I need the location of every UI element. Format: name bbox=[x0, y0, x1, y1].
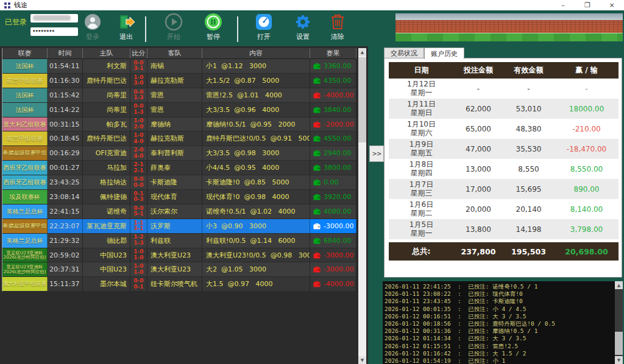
score-cell: 1-0 3-0 bbox=[130, 74, 147, 88]
log-lines: 2026-01-11 22:41:25 : 已投注: 诺维奇!0.5 / 120… bbox=[385, 283, 613, 364]
away-team-cell: 赫拉克勒斯 bbox=[147, 131, 202, 145]
time-cell: 00:18:45 bbox=[48, 131, 83, 145]
date-cell: 1月5日 星期一 bbox=[389, 219, 454, 239]
result-amount: -4000.00 bbox=[324, 280, 353, 288]
date-cell: 1月12日 星期一 bbox=[389, 79, 454, 99]
match-row[interactable]: 英格兰足总杯 21:29:32 德比郡 1-2 1-3 利兹联 利兹联!0/0.… bbox=[2, 234, 356, 248]
score-cell: 1-0 1-0 bbox=[130, 262, 147, 276]
valid-amount-cell: 14,198 bbox=[503, 219, 555, 239]
header-date: 日期 bbox=[389, 62, 454, 79]
match-row[interactable]: 法国杯 01:15:42 尚蒂里 0-0 1-3 雷恩 雷恩!2.5 @1.01… bbox=[2, 88, 356, 103]
league-cell: 澳大利亚甲组联赛 bbox=[2, 277, 48, 291]
pause-button[interactable]: 暂停 bbox=[196, 13, 230, 41]
history-row[interactable]: 1月6日 星期二 20,000 20,140 8,140.00 bbox=[389, 199, 619, 219]
bet-content-cell: 诺维奇!0.5/1 @1.02 4000 bbox=[202, 205, 310, 219]
login-button[interactable]: 登录 bbox=[76, 13, 110, 41]
tab-account-history[interactable]: 账户历史 bbox=[424, 47, 464, 59]
log-scrollbar-thumb[interactable] bbox=[615, 332, 623, 355]
total-label: 总共: bbox=[389, 242, 454, 261]
league-cell: 法国杯 bbox=[2, 59, 48, 73]
result-cell: 4550.00 bbox=[310, 131, 356, 145]
home-team-cell: 尚蒂里 bbox=[83, 103, 130, 117]
settings-button[interactable]: 设置 bbox=[286, 13, 320, 41]
log-scroll-down-arrow[interactable]: ▼ bbox=[615, 356, 623, 364]
start-button[interactable]: 开始 bbox=[157, 13, 191, 41]
fulltime-score: 4-0 bbox=[133, 153, 143, 159]
match-row[interactable]: 亚足联U23亚洲杯2026(在沙特阿拉伯) 20:59:02 中国U23 1-0… bbox=[2, 248, 356, 263]
date-cell: 1月9日 星期五 bbox=[389, 139, 454, 159]
history-row[interactable]: 1月12日 星期一 - - - bbox=[389, 79, 619, 99]
open-button[interactable]: 打开 bbox=[247, 13, 281, 41]
wallet-icon bbox=[313, 77, 321, 84]
result-cell: 3840.00 bbox=[310, 103, 356, 117]
time-cell: 20:59:02 bbox=[48, 248, 83, 262]
log-line: 2026-01-12 00:01:35 : 已投注: 小 4 / 4.5 bbox=[385, 306, 613, 313]
close-button[interactable]: × bbox=[600, 0, 624, 10]
history-row[interactable]: 1月8日 星期四 13,000 8,550 8,550.00 bbox=[389, 159, 619, 179]
score-cell: 1-0 2-0 bbox=[130, 117, 147, 131]
league-label: 西班牙乙组联赛 bbox=[4, 164, 46, 171]
scroll-up-arrow[interactable]: ▲ bbox=[358, 48, 366, 56]
date-cell: 1月11日 星期日 bbox=[389, 99, 454, 119]
away-team-cell: 沃尔索尔 bbox=[147, 205, 202, 219]
match-row[interactable]: 西班牙乙组联赛 00:01:27 马拉加 2-1 2-1 薛奥泰 小4/4.5 … bbox=[2, 161, 356, 175]
match-row[interactable]: 澳大利亚甲组联赛 15:11:37 墨尔本城 0-0 0-1 纽卡斯尔喷气机 大… bbox=[2, 277, 356, 292]
history-row[interactable]: 1月10日 星期六 65,000 48,380 -210.00 bbox=[389, 119, 619, 139]
match-row[interactable]: 法国杯 01:54:11 利文斯 0-0 3-1 南锡 小1 @1.12 300… bbox=[2, 59, 356, 74]
logout-button[interactable]: 退出 bbox=[109, 13, 143, 41]
log-line: 2026-01-11 22:41:25 : 已投注: 诺维奇!0.5 / 1 bbox=[385, 283, 613, 290]
result-cell: -3000.00 bbox=[310, 219, 356, 233]
match-row[interactable]: 希腊超级联赛甲组 00:16:29 OFI克雷迪 2-0 4-0 泰利普利斯 大… bbox=[2, 146, 356, 161]
result-cell: 6840.00 bbox=[310, 234, 356, 248]
date-label: 1月12日 bbox=[407, 80, 436, 89]
match-table-scrollbar[interactable]: ▲ ▼ bbox=[358, 48, 366, 364]
password-input[interactable] bbox=[30, 27, 78, 36]
match-row[interactable]: 亚足联U23亚洲杯2026(在沙特阿拉伯) 20:37:31 中国U23 1-0… bbox=[2, 262, 356, 277]
tab-trade-status[interactable]: 交易状况 bbox=[384, 47, 424, 58]
away-team-cell: 摩德纳 bbox=[147, 117, 202, 131]
stadium-sky bbox=[395, 13, 623, 20]
history-row[interactable]: 1月9日 星期五 47,000 35,530 -18,470.00 bbox=[389, 139, 619, 159]
away-team-cell: 沃罗斯 bbox=[147, 219, 202, 233]
bet-content-cell: 现代体育!0 @0.98 4000 bbox=[202, 190, 310, 204]
wallet-icon bbox=[313, 107, 321, 113]
match-row[interactable]: 法国杯 01:14:22 尚蒂里 0-0 1-3 雷恩 大3/3.5 @0.96… bbox=[2, 103, 356, 117]
match-row[interactable]: 西班牙乙组联赛 23:43:25 格拉纳达 0-0 0-0 卡斯迪隆 卡斯迪隆!… bbox=[2, 175, 356, 190]
history-row[interactable]: 1月5日 星期一 13,800 14,198 3,798.00 bbox=[389, 219, 619, 239]
history-row[interactable]: 1月7日 星期三 17,000 15,695 890.00 bbox=[389, 179, 619, 199]
result-cell: 3360.00 bbox=[310, 59, 356, 73]
scrollbar-thumb[interactable] bbox=[358, 57, 366, 142]
minimize-button[interactable]: – bbox=[551, 0, 575, 10]
match-row[interactable]: 希腊超级联赛甲组 22:23:07 莱瓦迪亚克斯 1-1 3-1 沃罗斯 小3 … bbox=[2, 219, 356, 234]
history-row[interactable]: 1月11日 星期日 62,000 53,010 18000.00 bbox=[389, 99, 619, 119]
away-team-cell: 南锡 bbox=[147, 59, 202, 73]
match-row[interactable]: 意大利乙组联赛 00:31:15 帕多瓦 1-0 2-0 摩德纳 摩德纳!0.5… bbox=[2, 117, 356, 132]
match-row[interactable]: 埃及联赛杯 23:08:14 佩特捷德 0-1 0-3 现代体育 现代体育!0 … bbox=[2, 190, 356, 205]
log-scroll-up-arrow[interactable]: ▲ bbox=[615, 281, 623, 289]
date-label: 1月9日 bbox=[410, 141, 433, 149]
clear-button[interactable]: 清除 bbox=[321, 13, 355, 41]
league-label: 荷兰甲组联赛 bbox=[7, 135, 43, 142]
match-row[interactable]: 荷兰甲组联赛 00:18:45 鹿特丹斯巴达 1-0 4-0 赫拉克勒斯 鹿特丹… bbox=[2, 131, 356, 146]
match-row[interactable]: 英格兰足总杯 22:41:15 诺维奇 0-0 5-1 沃尔索尔 诺维奇!0.5… bbox=[2, 205, 356, 219]
time-cell: 00:01:27 bbox=[48, 161, 83, 175]
away-team-cell: 泰利普利斯 bbox=[147, 146, 202, 160]
expand-panel-button[interactable]: >> bbox=[369, 145, 384, 162]
match-table-rows: 法国杯 01:54:11 利文斯 0-0 3-1 南锡 小1 @1.12 300… bbox=[2, 59, 356, 292]
result-cell: 3800.00 bbox=[310, 161, 356, 175]
scroll-down-arrow[interactable]: ▼ bbox=[358, 356, 366, 364]
log-scrollbar[interactable]: ▲ ▼ bbox=[615, 281, 623, 364]
username-redacted bbox=[33, 15, 71, 21]
valid-amount-cell: 15,695 bbox=[503, 179, 555, 199]
log-line: 2026-01-12 01:15:51 : 已投注: 雷恩!2.5 bbox=[385, 343, 613, 350]
result-amount: 3800.00 bbox=[324, 164, 352, 172]
result-amount: 4550.00 bbox=[324, 135, 352, 142]
log-line: 2026-01-11 23:08:22 : 已投注: 现代体育!0 bbox=[385, 290, 613, 298]
result-cell: 2940.00 bbox=[310, 146, 356, 160]
fulltime-score: 2-1 bbox=[133, 168, 143, 174]
stadium-image bbox=[395, 13, 623, 41]
maximize-button[interactable]: ❐ bbox=[575, 0, 600, 10]
time-cell: 01:14:22 bbox=[48, 103, 83, 117]
match-row[interactable]: 荷兰甲组联赛 01:16:30 鹿特丹斯巴达 1-0 3-0 赫拉克勒斯 大1.… bbox=[2, 74, 356, 88]
time-cell: 01:16:30 bbox=[48, 74, 83, 88]
